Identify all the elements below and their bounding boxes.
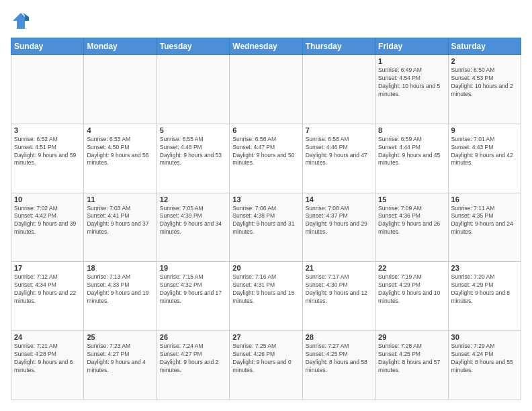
day-info: Sunrise: 7:01 AM Sunset: 4:43 PM Dayligh… (451, 136, 518, 168)
day-number: 2 (451, 57, 518, 65)
calendar-cell: 19Sunrise: 7:15 AM Sunset: 4:32 PM Dayli… (157, 262, 229, 331)
day-number: 7 (306, 126, 372, 134)
calendar-cell: 2Sunrise: 6:50 AM Sunset: 4:53 PM Daylig… (448, 55, 521, 124)
weekday-header: Tuesday (157, 38, 229, 55)
calendar-cell: 16Sunrise: 7:11 AM Sunset: 4:35 PM Dayli… (448, 193, 521, 262)
day-info: Sunrise: 7:21 AM Sunset: 4:28 PM Dayligh… (14, 342, 81, 375)
calendar-cell (11, 55, 84, 124)
day-number: 12 (160, 195, 226, 203)
weekday-header: Wednesday (230, 38, 302, 55)
page: SundayMondayTuesdayWednesdayThursdayFrid… (0, 0, 532, 411)
day-info: Sunrise: 7:03 AM Sunset: 4:41 PM Dayligh… (87, 205, 153, 237)
day-number: 15 (378, 195, 445, 203)
weekday-header: Sunday (11, 38, 84, 55)
day-info: Sunrise: 6:53 AM Sunset: 4:50 PM Dayligh… (87, 136, 153, 168)
day-number: 23 (451, 264, 518, 272)
calendar-cell: 8Sunrise: 6:59 AM Sunset: 4:44 PM Daylig… (375, 124, 448, 193)
weekday-header: Thursday (302, 38, 375, 55)
calendar-cell: 24Sunrise: 7:21 AM Sunset: 4:28 PM Dayli… (11, 331, 84, 400)
day-info: Sunrise: 7:09 AM Sunset: 4:36 PM Dayligh… (378, 205, 445, 237)
day-number: 24 (14, 333, 81, 341)
day-info: Sunrise: 7:16 AM Sunset: 4:31 PM Dayligh… (232, 273, 299, 306)
calendar-cell: 9Sunrise: 7:01 AM Sunset: 4:43 PM Daylig… (448, 124, 521, 193)
calendar-cell: 28Sunrise: 7:27 AM Sunset: 4:25 PM Dayli… (302, 331, 375, 400)
calendar-week-row: 10Sunrise: 7:02 AM Sunset: 4:42 PM Dayli… (11, 193, 521, 262)
calendar-cell (84, 55, 157, 124)
day-info: Sunrise: 7:27 AM Sunset: 4:25 PM Dayligh… (306, 342, 372, 375)
weekday-header: Monday (84, 38, 157, 55)
day-number: 18 (87, 264, 153, 272)
calendar-cell: 7Sunrise: 6:58 AM Sunset: 4:46 PM Daylig… (302, 124, 375, 193)
calendar-cell: 11Sunrise: 7:03 AM Sunset: 4:41 PM Dayli… (84, 193, 157, 262)
day-number: 30 (451, 333, 518, 341)
calendar-cell: 5Sunrise: 6:55 AM Sunset: 4:48 PM Daylig… (157, 124, 229, 193)
calendar-cell: 6Sunrise: 6:56 AM Sunset: 4:47 PM Daylig… (230, 124, 302, 193)
calendar-cell: 27Sunrise: 7:25 AM Sunset: 4:26 PM Dayli… (230, 331, 302, 400)
day-number: 19 (160, 264, 226, 272)
weekday-header: Saturday (448, 38, 521, 55)
day-info: Sunrise: 7:19 AM Sunset: 4:29 PM Dayligh… (378, 273, 445, 306)
calendar-cell: 3Sunrise: 6:52 AM Sunset: 4:51 PM Daylig… (11, 124, 84, 193)
day-info: Sunrise: 6:59 AM Sunset: 4:44 PM Dayligh… (378, 136, 445, 168)
day-info: Sunrise: 7:05 AM Sunset: 4:39 PM Dayligh… (160, 205, 226, 237)
day-number: 29 (378, 333, 445, 341)
day-number: 11 (87, 195, 153, 203)
day-info: Sunrise: 7:12 AM Sunset: 4:34 PM Dayligh… (14, 273, 81, 306)
calendar-cell (230, 55, 302, 124)
day-info: Sunrise: 7:02 AM Sunset: 4:42 PM Dayligh… (14, 205, 81, 237)
day-number: 8 (378, 126, 445, 134)
calendar-cell: 12Sunrise: 7:05 AM Sunset: 4:39 PM Dayli… (157, 193, 229, 262)
day-number: 9 (451, 126, 518, 134)
day-number: 22 (378, 264, 445, 272)
calendar-cell: 13Sunrise: 7:06 AM Sunset: 4:38 PM Dayli… (230, 193, 302, 262)
day-info: Sunrise: 7:29 AM Sunset: 4:24 PM Dayligh… (451, 342, 518, 375)
calendar-cell: 21Sunrise: 7:17 AM Sunset: 4:30 PM Dayli… (302, 262, 375, 331)
day-number: 25 (87, 333, 153, 341)
calendar-week-row: 24Sunrise: 7:21 AM Sunset: 4:28 PM Dayli… (11, 331, 521, 400)
day-info: Sunrise: 7:13 AM Sunset: 4:33 PM Dayligh… (87, 273, 153, 306)
calendar-cell: 1Sunrise: 6:49 AM Sunset: 4:54 PM Daylig… (375, 55, 448, 124)
calendar-cell: 14Sunrise: 7:08 AM Sunset: 4:37 PM Dayli… (302, 193, 375, 262)
day-info: Sunrise: 7:08 AM Sunset: 4:37 PM Dayligh… (306, 205, 372, 237)
day-info: Sunrise: 7:24 AM Sunset: 4:27 PM Dayligh… (160, 342, 226, 375)
day-info: Sunrise: 7:25 AM Sunset: 4:26 PM Dayligh… (232, 342, 299, 375)
calendar-week-row: 3Sunrise: 6:52 AM Sunset: 4:51 PM Daylig… (11, 124, 521, 193)
day-info: Sunrise: 6:49 AM Sunset: 4:54 PM Dayligh… (378, 66, 445, 99)
day-number: 6 (232, 126, 299, 134)
calendar-cell: 26Sunrise: 7:24 AM Sunset: 4:27 PM Dayli… (157, 331, 229, 400)
day-number: 16 (451, 195, 518, 203)
calendar-cell: 30Sunrise: 7:29 AM Sunset: 4:24 PM Dayli… (448, 331, 521, 400)
calendar-cell: 22Sunrise: 7:19 AM Sunset: 4:29 PM Dayli… (375, 262, 448, 331)
day-info: Sunrise: 7:28 AM Sunset: 4:25 PM Dayligh… (378, 342, 445, 375)
day-number: 3 (14, 126, 81, 134)
day-number: 10 (14, 195, 81, 203)
calendar-cell (302, 55, 375, 124)
day-number: 1 (378, 57, 445, 65)
calendar-table: SundayMondayTuesdayWednesdayThursdayFrid… (11, 38, 521, 400)
day-info: Sunrise: 7:15 AM Sunset: 4:32 PM Dayligh… (160, 273, 226, 306)
logo-icon (11, 11, 31, 31)
calendar-cell: 25Sunrise: 7:23 AM Sunset: 4:27 PM Dayli… (84, 331, 157, 400)
day-info: Sunrise: 7:20 AM Sunset: 4:29 PM Dayligh… (451, 273, 518, 306)
day-number: 28 (306, 333, 372, 341)
calendar-cell: 17Sunrise: 7:12 AM Sunset: 4:34 PM Dayli… (11, 262, 84, 331)
day-number: 26 (160, 333, 226, 341)
day-number: 21 (306, 264, 372, 272)
calendar-cell: 29Sunrise: 7:28 AM Sunset: 4:25 PM Dayli… (375, 331, 448, 400)
day-info: Sunrise: 7:23 AM Sunset: 4:27 PM Dayligh… (87, 342, 153, 375)
day-info: Sunrise: 7:06 AM Sunset: 4:38 PM Dayligh… (232, 205, 299, 237)
header (11, 11, 521, 31)
calendar-cell: 15Sunrise: 7:09 AM Sunset: 4:36 PM Dayli… (375, 193, 448, 262)
day-info: Sunrise: 6:50 AM Sunset: 4:53 PM Dayligh… (451, 66, 518, 99)
day-number: 17 (14, 264, 81, 272)
day-number: 27 (232, 333, 299, 341)
calendar-cell: 23Sunrise: 7:20 AM Sunset: 4:29 PM Dayli… (448, 262, 521, 331)
calendar-cell: 18Sunrise: 7:13 AM Sunset: 4:33 PM Dayli… (84, 262, 157, 331)
day-number: 13 (232, 195, 299, 203)
calendar-week-row: 1Sunrise: 6:49 AM Sunset: 4:54 PM Daylig… (11, 55, 521, 124)
day-info: Sunrise: 6:58 AM Sunset: 4:46 PM Dayligh… (306, 136, 372, 168)
day-info: Sunrise: 6:52 AM Sunset: 4:51 PM Dayligh… (14, 136, 81, 168)
calendar-cell: 4Sunrise: 6:53 AM Sunset: 4:50 PM Daylig… (84, 124, 157, 193)
day-info: Sunrise: 6:56 AM Sunset: 4:47 PM Dayligh… (232, 136, 299, 168)
header-row: SundayMondayTuesdayWednesdayThursdayFrid… (11, 38, 521, 55)
